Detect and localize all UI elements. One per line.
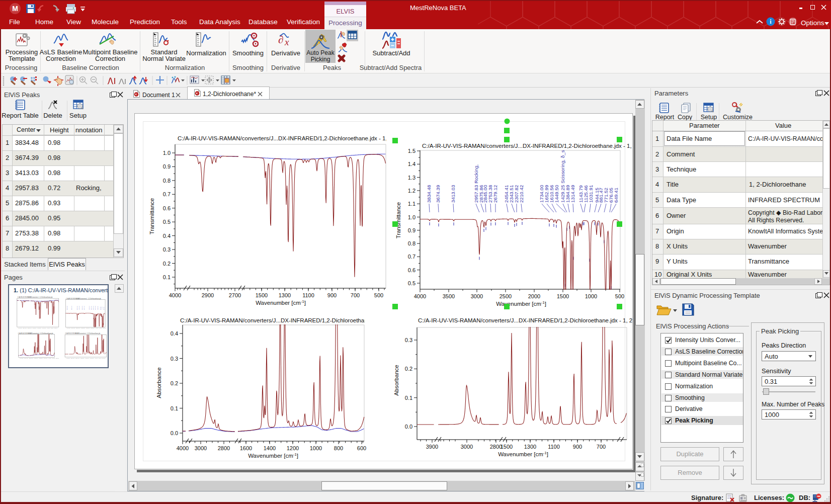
svg-text:4000 2900 2700 1500 1300 1100: 4000 2900 2700 1500 1300 1100 900 700 50… — [66, 327, 106, 329]
svg-text:1314.49: 1314.49 — [95, 306, 96, 310]
svg-text:1500: 1500 — [501, 444, 513, 450]
svg-text:1000: 1000 — [310, 445, 322, 451]
svg-text:3000: 3000 — [461, 444, 473, 450]
svg-text:4000 2900 2700 1500 1300 1100: 4000 2900 2700 1500 1300 1100 900 700 50… — [20, 358, 59, 359]
svg-text:0.6: 0.6 — [163, 205, 171, 211]
svg-text:500: 500 — [615, 293, 624, 299]
svg-text:0.2: 0.2 — [171, 380, 178, 386]
svg-text:3834.48: 3834.48 — [66, 306, 67, 310]
svg-text:0.4: 0.4 — [171, 330, 178, 337]
svg-text:0.0: 0.0 — [405, 424, 412, 430]
svg-text:Absorbance: Absorbance — [156, 367, 162, 398]
svg-text:C:/A-IR-UV-VIS-RAMAN/converter: C:/A-IR-UV-VIS-RAMAN/converters/...1,2-D… — [66, 298, 101, 300]
svg-text:1429.25: 1429.25 — [93, 306, 94, 310]
svg-text:Absorbance: Absorbance — [393, 365, 399, 395]
svg-text:1.4: 1.4 — [408, 161, 416, 167]
svg-text:Wavenumber [cm-1]: Wavenumber [cm-1] — [498, 451, 548, 457]
svg-text:944.15: 944.15 — [100, 306, 101, 310]
svg-text:4000: 4000 — [414, 293, 426, 299]
svg-text:1600: 1600 — [240, 445, 252, 451]
svg-text:4000 2900 2700 1500 1300 1100: 4000 2900 2700 1500 1300 1100 900 700 50… — [66, 358, 106, 359]
svg-text:1500: 1500 — [557, 293, 569, 299]
svg-text:2679.12: 2679.12 — [492, 185, 498, 203]
svg-text:1100: 1100 — [302, 292, 314, 298]
svg-text:C:/A-IR-UV-VIS-RAMAN/converter: C:/A-IR-UV-VIS-RAMAN/converters/...1,2-D… — [18, 296, 53, 298]
svg-text:x: x — [284, 37, 289, 47]
svg-text:1300: 1300 — [279, 292, 291, 298]
svg-text:3834.48: 3834.48 — [426, 185, 432, 203]
svg-text:2900: 2900 — [202, 292, 214, 298]
svg-text:C:/A-IR-UV-VIS-RAMAN/converter: C:/A-IR-UV-VIS-RAMAN/converters/...1,2-D… — [18, 332, 53, 334]
svg-text:1.5: 1.5 — [408, 148, 416, 154]
svg-text:0.9: 0.9 — [408, 227, 416, 233]
svg-text:2000: 2000 — [528, 293, 540, 299]
svg-text:649.41: 649.41 — [613, 188, 619, 203]
svg-text:C:/A-IR-UV-VIS-RAMAN/converter: C:/A-IR-UV-VIS-RAMAN/converters/J...DX-I… — [422, 143, 633, 149]
svg-text:900: 900 — [573, 444, 582, 450]
svg-text:0.1: 0.1 — [171, 405, 178, 411]
svg-text:0.2: 0.2 — [405, 366, 412, 372]
svg-text:Wavenumber [cm-1]: Wavenumber [cm-1] — [496, 300, 546, 307]
svg-text:1200: 1200 — [287, 445, 299, 451]
svg-text:2500: 2500 — [500, 293, 512, 299]
svg-text:2454.41: 2454.41 — [81, 306, 82, 310]
svg-text:0.4: 0.4 — [163, 233, 171, 239]
svg-text:3500: 3500 — [443, 293, 455, 299]
svg-text:1000: 1000 — [585, 293, 597, 299]
svg-text:1.0: 1.0 — [408, 214, 416, 220]
svg-text:1.1: 1.1 — [408, 201, 416, 207]
svg-text:500: 500 — [374, 292, 383, 298]
svg-text:0.3: 0.3 — [171, 356, 178, 362]
svg-text:1.3: 1.3 — [408, 175, 416, 181]
svg-text:900: 900 — [327, 292, 337, 298]
svg-text:C:/A-IR-UV-VIS-RAMAN/converter: C:/A-IR-UV-VIS-RAMAN/converters/...1,2-D… — [65, 332, 101, 334]
svg-text:2753.38: 2753.38 — [78, 306, 79, 310]
svg-text:4000: 4000 — [169, 292, 181, 298]
svg-text:3000: 3000 — [195, 445, 207, 451]
svg-text:2210.42: 2210.42 — [519, 185, 524, 203]
svg-text:649.41: 649.41 — [104, 306, 105, 310]
svg-text:700: 700 — [597, 444, 606, 450]
svg-text:1610.56: 1610.56 — [91, 306, 92, 310]
svg-text:1100: 1100 — [548, 444, 560, 450]
svg-text:1400: 1400 — [264, 445, 276, 451]
svg-text:0.2: 0.2 — [163, 261, 171, 267]
svg-text:1031.91: 1031.91 — [588, 185, 594, 203]
svg-text:3674.39: 3674.39 — [435, 185, 441, 203]
svg-text:0.1: 0.1 — [163, 274, 171, 280]
svg-text:0.3: 0.3 — [405, 337, 412, 343]
svg-text:2875.86: 2875.86 — [76, 306, 77, 310]
svg-text:1734.00: 1734.00 — [89, 306, 90, 310]
svg-text:800: 800 — [334, 445, 343, 451]
svg-text:0.6: 0.6 — [408, 267, 416, 273]
svg-text:0.7: 0.7 — [408, 254, 416, 260]
svg-text:0.8: 0.8 — [408, 240, 416, 246]
svg-text:2700: 2700 — [229, 292, 241, 298]
svg-text:3413.03: 3413.03 — [71, 306, 72, 310]
svg-text:0.3: 0.3 — [163, 246, 171, 253]
svg-text:M: M — [12, 5, 18, 13]
svg-text:2307.82: 2307.82 — [84, 306, 85, 310]
svg-text:C:/A-IR-UV-VIS-RAMAN/converter: C:/A-IR-UV-VIS-RAMAN/converters/J...DX-I… — [418, 317, 633, 323]
svg-text:0.1: 0.1 — [405, 395, 412, 401]
svg-text:771.52: 771.52 — [102, 306, 103, 310]
svg-text:3900: 3900 — [426, 444, 438, 450]
svg-text:1449.50: 1449.50 — [554, 185, 559, 203]
svg-text:Transmittance: Transmittance — [395, 202, 401, 238]
svg-text:1500: 1500 — [256, 292, 268, 298]
svg-text:0.7: 0.7 — [163, 191, 171, 197]
svg-text:0.5: 0.5 — [408, 280, 416, 286]
svg-text:1300: 1300 — [524, 444, 536, 450]
svg-text:0.8: 0.8 — [163, 178, 171, 184]
svg-text:0.0: 0.0 — [171, 430, 178, 436]
svg-text:C:/A-IR-UV-VIS-RAMAN/converter: C:/A-IR-UV-VIS-RAMAN/converters/J...DX-I… — [180, 317, 435, 323]
svg-text:0.9: 0.9 — [163, 163, 171, 170]
svg-text:3413.03: 3413.03 — [450, 185, 456, 203]
svg-text:0.5: 0.5 — [163, 219, 171, 225]
svg-text:Wavenumber [cm-1]: Wavenumber [cm-1] — [248, 452, 298, 459]
svg-text:4000 2900 2700 1500 1300 1100: 4000 2900 2700 1500 1300 1100 900 700 50… — [18, 327, 58, 329]
svg-text:1.0: 1.0 — [163, 150, 171, 156]
svg-text:1125.46: 1125.46 — [97, 306, 98, 310]
svg-text:4000: 4000 — [177, 445, 189, 451]
svg-text:600: 600 — [357, 445, 366, 451]
